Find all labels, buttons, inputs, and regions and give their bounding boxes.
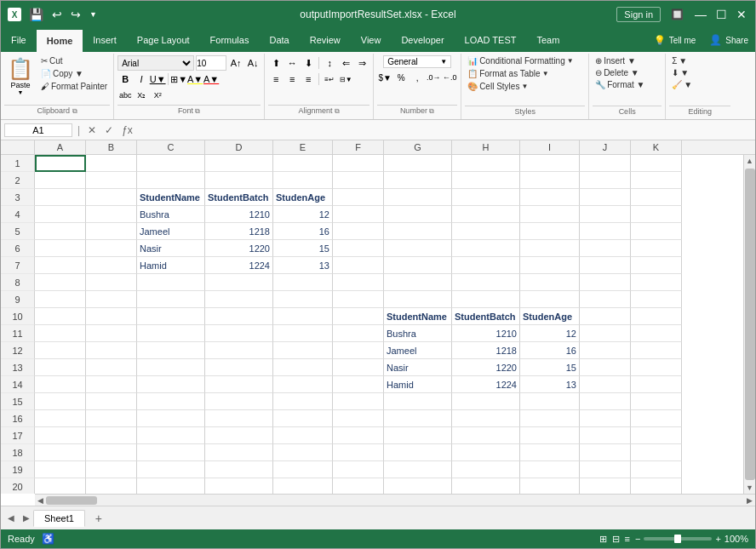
sign-in-btn[interactable]: Sign in [616, 7, 661, 22]
col-header-F[interactable]: F [333, 140, 384, 154]
cell-A3[interactable] [35, 189, 86, 206]
cell-I17[interactable] [520, 427, 580, 444]
cell-K9[interactable] [631, 291, 682, 308]
cell-K6[interactable] [631, 240, 682, 257]
format-cells-btn[interactable]: 🔧Format ▼ [593, 79, 647, 90]
cell-A19[interactable] [35, 461, 86, 478]
cell-D5[interactable]: 1218 [205, 223, 273, 240]
font-decrease-btn[interactable]: A↓ [245, 55, 261, 71]
col-header-D[interactable]: D [205, 140, 273, 154]
cell-C5[interactable]: Jameel [137, 223, 205, 240]
paste-btn[interactable]: 📋 Paste ▼ [4, 55, 37, 97]
cell-A16[interactable] [35, 410, 86, 427]
merge-btn[interactable]: ⊟▼ [338, 71, 353, 87]
row-header-9[interactable]: 9 [1, 291, 35, 308]
cell-A10[interactable] [35, 308, 86, 325]
conditional-formatting-btn[interactable]: 📊 Conditional Formatting ▼ [465, 55, 576, 66]
col-header-E[interactable]: E [273, 140, 333, 154]
cell-B14[interactable] [86, 376, 137, 393]
cell-H11[interactable]: 1210 [452, 325, 520, 342]
cell-H3[interactable] [452, 189, 520, 206]
cell-C13[interactable] [137, 359, 205, 376]
tab-data[interactable]: Data [259, 28, 299, 52]
align-right-btn[interactable]: ≡ [301, 71, 316, 87]
border-btn[interactable]: ⊞▼ [171, 71, 186, 87]
superscript-btn[interactable]: X² [150, 88, 165, 103]
cell-B13[interactable] [86, 359, 137, 376]
zoom-in-btn[interactable]: + [715, 534, 720, 544]
col-header-B[interactable]: B [86, 140, 137, 154]
cell-I6[interactable] [520, 240, 580, 257]
cell-K17[interactable] [631, 427, 682, 444]
subscript-btn[interactable]: X₂ [134, 88, 149, 103]
cell-A18[interactable] [35, 444, 86, 461]
cell-G2[interactable] [384, 172, 452, 189]
increase-decimal-btn[interactable]: ←.0 [442, 70, 457, 85]
cell-F14[interactable] [333, 376, 384, 393]
horizontal-scrollbar[interactable]: ◀ ▶ [35, 494, 755, 506]
cell-A20[interactable] [35, 478, 86, 494]
cell-H15[interactable] [452, 393, 520, 410]
cell-D16[interactable] [205, 410, 273, 427]
align-left-btn[interactable]: ≡ [268, 71, 284, 87]
cell-G4[interactable] [384, 206, 452, 223]
cell-H2[interactable] [452, 172, 520, 189]
cell-G8[interactable] [384, 274, 452, 291]
cell-D19[interactable] [205, 461, 273, 478]
row-header-18[interactable]: 18 [1, 444, 35, 461]
fill-btn[interactable]: ⬇▼ [669, 67, 691, 78]
cell-I5[interactable] [520, 223, 580, 240]
cell-J14[interactable] [580, 376, 631, 393]
cell-H10[interactable]: StudentBatch [452, 308, 520, 325]
format-as-table-btn[interactable]: 📋 Format as Table ▼ [465, 68, 551, 79]
row-header-4[interactable]: 4 [1, 206, 35, 223]
cell-A17[interactable] [35, 427, 86, 444]
cell-E7[interactable]: 13 [273, 257, 333, 274]
cell-E15[interactable] [273, 393, 333, 410]
cell-A5[interactable] [35, 223, 86, 240]
format-painter-btn[interactable]: 🖌Format Painter [38, 81, 110, 92]
cell-I13[interactable]: 15 [520, 359, 580, 376]
cell-C20[interactable] [137, 478, 205, 494]
cell-B7[interactable] [86, 257, 137, 274]
bold-btn[interactable]: B [117, 71, 133, 87]
cell-F4[interactable] [333, 206, 384, 223]
cell-E1[interactable] [273, 155, 333, 172]
font-color-btn[interactable]: A▼ [203, 71, 219, 87]
share-btn[interactable]: 👤Share [702, 28, 755, 52]
row-header-10[interactable]: 10 [1, 308, 35, 325]
cell-H1[interactable] [452, 155, 520, 172]
cell-I7[interactable] [520, 257, 580, 274]
cell-A9[interactable] [35, 291, 86, 308]
cell-D2[interactable] [205, 172, 273, 189]
cell-J1[interactable] [580, 155, 631, 172]
row-header-8[interactable]: 8 [1, 274, 35, 291]
cell-C2[interactable] [137, 172, 205, 189]
cell-I10[interactable]: StudenAge [520, 308, 580, 325]
formula-input[interactable] [139, 125, 752, 135]
cell-F5[interactable] [333, 223, 384, 240]
tab-team[interactable]: Team [527, 28, 570, 52]
maximize-btn[interactable]: ☐ [714, 8, 728, 21]
cell-D12[interactable] [205, 342, 273, 359]
tab-developer[interactable]: Developer [391, 28, 454, 52]
cell-F12[interactable] [333, 342, 384, 359]
cell-C14[interactable] [137, 376, 205, 393]
cell-C6[interactable]: Nasir [137, 240, 205, 257]
cell-F13[interactable] [333, 359, 384, 376]
row-header-17[interactable]: 17 [1, 427, 35, 444]
cell-F19[interactable] [333, 461, 384, 478]
font-family-select[interactable]: Arial [117, 55, 194, 71]
wrap-text-btn[interactable]: ≡↵ [322, 71, 337, 87]
cell-E4[interactable]: 12 [273, 206, 333, 223]
cell-J13[interactable] [580, 359, 631, 376]
row-header-14[interactable]: 14 [1, 376, 35, 393]
cell-B12[interactable] [86, 342, 137, 359]
cell-C3[interactable]: StudentName [137, 189, 205, 206]
tab-page-layout[interactable]: Page Layout [127, 28, 200, 52]
cell-B6[interactable] [86, 240, 137, 257]
tab-formulas[interactable]: Formulas [200, 28, 260, 52]
sum-btn[interactable]: Σ▼ [669, 55, 690, 66]
normal-view-btn[interactable]: ≡ [625, 534, 630, 544]
cell-D9[interactable] [205, 291, 273, 308]
